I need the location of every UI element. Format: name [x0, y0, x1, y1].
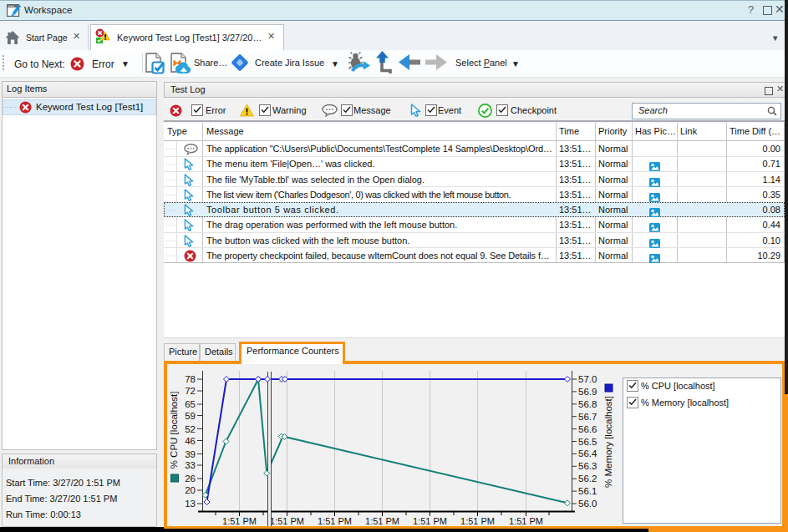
svg-text:56.0: 56.0 — [578, 499, 597, 509]
svg-text:1:51 PM: 1:51 PM — [222, 516, 257, 526]
svg-text:65: 65 — [185, 399, 196, 409]
svg-text:56.6: 56.6 — [578, 424, 597, 434]
svg-text:39: 39 — [185, 449, 196, 459]
svg-text:57.0: 57.0 — [578, 374, 597, 384]
svg-text:1:51 PM: 1:51 PM — [365, 516, 399, 526]
svg-text:1:51 PM: 1:51 PM — [509, 516, 543, 526]
svg-text:56.4: 56.4 — [578, 448, 597, 459]
svg-text:1:51 PM: 1:51 PM — [413, 516, 447, 526]
svg-text:52: 52 — [185, 424, 196, 434]
svg-text:56.7: 56.7 — [578, 412, 597, 422]
svg-text:56.8: 56.8 — [578, 399, 597, 409]
svg-text:26: 26 — [185, 474, 196, 484]
svg-text:33: 33 — [185, 460, 196, 470]
svg-text:1:51 PM: 1:51 PM — [460, 516, 495, 526]
svg-text:% CPU [localhost]: % CPU [localhost] — [169, 392, 179, 469]
svg-text:56.5: 56.5 — [578, 437, 597, 447]
svg-text:56.1: 56.1 — [578, 486, 597, 496]
svg-text:56.3: 56.3 — [578, 461, 597, 471]
svg-text:46: 46 — [185, 436, 196, 446]
svg-text:78: 78 — [185, 374, 196, 384]
svg-text:13: 13 — [185, 499, 196, 509]
svg-text:59: 59 — [185, 411, 196, 421]
svg-text:1:51 PM: 1:51 PM — [318, 516, 352, 526]
svg-text:56.9: 56.9 — [578, 387, 597, 397]
svg-text:20: 20 — [185, 485, 196, 495]
svg-text:56.2: 56.2 — [578, 474, 597, 484]
svg-text:1:51 PM: 1:51 PM — [270, 516, 304, 526]
svg-text:% Memory [localhost]: % Memory [localhost] — [603, 396, 613, 488]
svg-text:72: 72 — [185, 386, 196, 396]
